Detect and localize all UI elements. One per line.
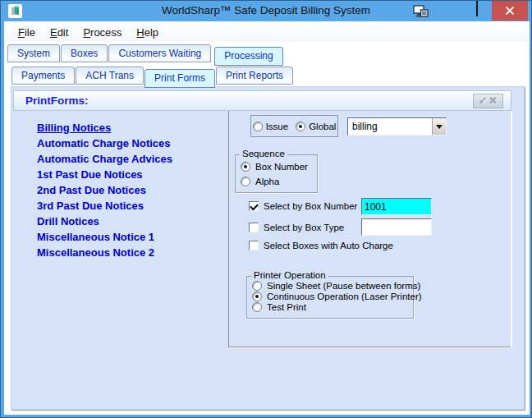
notice-2nd-past-due[interactable]: 2nd Past Due Notices — [37, 182, 226, 198]
header-action-bar: ✔ ✖ — [473, 94, 503, 108]
tab-processing[interactable]: Processing — [214, 47, 282, 66]
tab-ach-trans[interactable]: ACH Trans — [76, 67, 144, 85]
menu-process[interactable]: Process — [76, 25, 129, 40]
menu-bar: File Edit Process Help — [4, 23, 530, 42]
radio-single-sheet-circle — [252, 281, 262, 291]
notice-drill[interactable]: Drill Notices — [37, 214, 226, 229]
monitor-icon — [413, 5, 429, 21]
app-window: WorldSharp™ Safe Deposit Billing System … — [0, 0, 532, 418]
printer-operation-group: Printer Operation Single Sheet (Pause be… — [246, 276, 414, 319]
cancel-x-icon[interactable]: ✖ — [488, 94, 498, 108]
radio-test-print-label: Test Print — [267, 302, 306, 312]
confirm-check-icon[interactable]: ✔ — [479, 94, 488, 108]
tab-system[interactable]: System — [7, 44, 60, 62]
sequence-group-label: Sequence — [240, 149, 287, 158]
print-forms-page: PrintForms: ✔ ✖ Billing Notices Automati… — [11, 86, 525, 410]
tab-boxes[interactable]: Boxes — [61, 44, 108, 62]
scope-group: Issue Global — [250, 115, 338, 137]
notice-list: Billing Notices Automatic Charge Notices… — [37, 120, 226, 260]
print-forms-header: PrintForms: ✔ ✖ — [13, 90, 511, 111]
notice-auto-charge-advices[interactable]: Automatic Charge Advices — [37, 151, 226, 167]
radio-continuous-circle — [252, 292, 262, 301]
radio-box-number-circle — [241, 162, 250, 172]
minimize-button[interactable] — [462, 2, 475, 20]
notice-3rd-past-due[interactable]: 3rd Past Due Notices — [37, 198, 226, 214]
dropdown-button[interactable] — [432, 118, 446, 135]
menu-edit[interactable]: Edit — [43, 25, 76, 40]
radio-alpha[interactable]: Alpha — [241, 177, 279, 186]
dropdown-value: billing — [348, 118, 432, 135]
menu-help[interactable]: Help — [129, 25, 166, 40]
checkbox-box-number-box — [249, 201, 259, 211]
radio-alpha-label: Alpha — [255, 177, 279, 186]
secondary-tab-strip: Payments ACH Trans Print Forms Print Rep… — [11, 67, 294, 88]
maximize-button[interactable] — [476, 2, 489, 20]
checkbox-box-number-label: Select by Box Number — [264, 201, 357, 211]
radio-issue-circle — [253, 122, 263, 131]
radio-test-print[interactable]: Test Print — [252, 302, 306, 312]
radio-box-number-label: Box Number — [255, 162, 308, 172]
tab-payments[interactable]: Payments — [11, 67, 75, 85]
radio-continuous-label: Continuous Operation (Laser Printer) — [267, 292, 422, 301]
checkbox-box-type-box — [249, 223, 259, 232]
radio-continuous[interactable]: Continuous Operation (Laser Printer) — [252, 292, 422, 301]
tab-print-forms[interactable]: Print Forms — [144, 69, 215, 88]
box-type-input[interactable] — [361, 218, 432, 236]
radio-global-label: Global — [309, 122, 336, 131]
close-button[interactable] — [492, 1, 528, 21]
notice-1st-past-due[interactable]: 1st Past Due Notices — [37, 167, 226, 182]
checkbox-select-by-box-number[interactable]: Select by Box Number — [249, 201, 357, 211]
tab-print-reports[interactable]: Print Reports — [216, 67, 293, 85]
notice-auto-charge-notices[interactable]: Automatic Charge Notices — [37, 136, 226, 151]
radio-global[interactable]: Global — [296, 122, 336, 131]
titlebar: WorldSharp™ Safe Deposit Billing System — [1, 1, 531, 21]
checkbox-box-type-label: Select by Box Type — [264, 223, 344, 232]
notice-type-dropdown[interactable]: billing — [347, 117, 447, 136]
printer-operation-label: Printer Operation — [251, 270, 328, 280]
notice-misc-1[interactable]: Miscellaneous Notice 1 — [37, 229, 226, 245]
radio-issue[interactable]: Issue — [253, 122, 289, 131]
notice-billing[interactable]: Billing Notices — [37, 120, 226, 136]
options-panel: Issue Global billing Sequence Box Number — [228, 111, 511, 347]
checkbox-select-by-box-type[interactable]: Select by Box Type — [249, 223, 344, 232]
radio-single-sheet-label: Single Sheet (Pause between forms) — [267, 281, 420, 291]
radio-alpha-circle — [241, 177, 250, 186]
radio-global-circle — [296, 122, 305, 131]
checkbox-auto-charge-box — [249, 241, 259, 250]
checkbox-auto-charge[interactable]: Select Boxes with Auto Charge — [249, 241, 393, 250]
checkbox-auto-charge-label: Select Boxes with Auto Charge — [264, 241, 393, 250]
menu-file[interactable]: File — [11, 25, 43, 40]
sequence-group: Sequence Box Number Alpha — [235, 154, 318, 193]
radio-issue-label: Issue — [266, 122, 289, 131]
radio-test-print-circle — [252, 302, 262, 312]
notice-misc-2[interactable]: Miscellaneous Notice 2 — [37, 245, 226, 260]
primary-tab-strip: System Boxes Customers Waiting Processin… — [7, 44, 284, 66]
window-title: WorldSharp™ Safe Deposit Billing System — [1, 4, 531, 16]
maximize-icon — [476, 0, 478, 16]
radio-box-number[interactable]: Box Number — [241, 162, 308, 172]
box-number-input[interactable] — [361, 198, 432, 215]
radio-single-sheet[interactable]: Single Sheet (Pause between forms) — [252, 281, 420, 291]
page-title: PrintForms: — [25, 94, 89, 107]
chevron-down-icon — [436, 125, 443, 129]
tab-customers-waiting[interactable]: Customers Waiting — [108, 44, 211, 62]
